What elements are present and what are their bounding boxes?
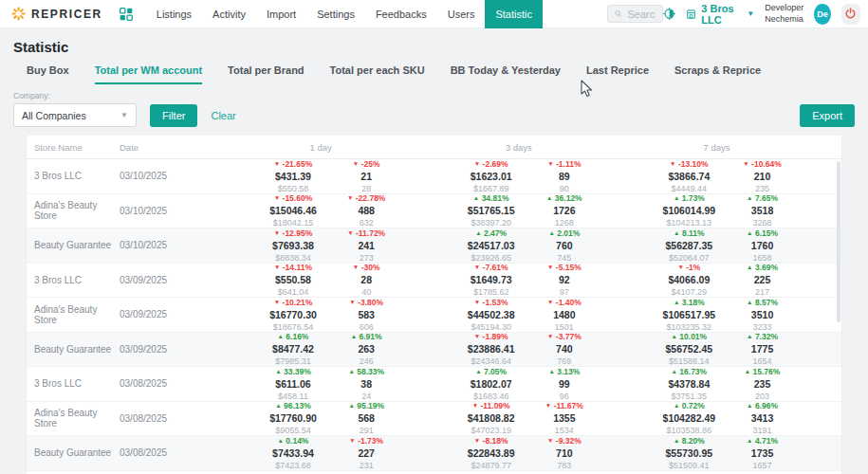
date-cell: 03/10/2025 bbox=[120, 240, 248, 250]
statistics-table-card: Store Name Date 1 day 3 days 7 days 3 Br… bbox=[27, 136, 841, 474]
previous-value: 28 bbox=[339, 184, 394, 193]
clear-link[interactable]: Clear bbox=[211, 110, 235, 121]
tab-total-per-each-sku[interactable]: Total per each SKU bbox=[330, 64, 425, 84]
avatar[interactable]: De bbox=[814, 4, 830, 25]
previous-value: 3233 bbox=[734, 322, 789, 332]
current-value: $22843.89 bbox=[446, 447, 537, 459]
store-name-cell: Beauty Guarantee bbox=[27, 344, 120, 355]
store-name-cell: Adina's Beauty Store bbox=[27, 304, 120, 325]
previous-value: 90 bbox=[537, 184, 592, 193]
previous-value: 24 bbox=[339, 392, 394, 401]
count-cell: ▼ -3.77%740769 bbox=[537, 332, 592, 366]
nav-item-activity[interactable]: Activity bbox=[202, 0, 256, 28]
count-cell: ▲ 4.71%17351657 bbox=[734, 436, 789, 470]
nav-item-statistic[interactable]: Statistic bbox=[485, 0, 543, 28]
col-header-1-day: 1 day bbox=[248, 142, 394, 153]
trend-up-icon: ▲ bbox=[747, 299, 752, 305]
current-value: 3510 bbox=[734, 309, 789, 320]
count-cell: ▼ -5.15%9297 bbox=[537, 263, 592, 297]
trend-up-icon: ▲ bbox=[348, 368, 354, 374]
previous-value: 632 bbox=[339, 218, 394, 228]
previous-value: $51588.14 bbox=[643, 356, 734, 366]
current-value: $55730.95 bbox=[643, 447, 734, 459]
count-cell: ▲ 36.12%17261268 bbox=[537, 193, 592, 228]
count-cell: ▼ -3.80%583606 bbox=[339, 298, 394, 332]
brand-logo[interactable]: REPRICER bbox=[0, 7, 110, 21]
amount-cell: ▼ -10.21%$16770.30$18676.54 bbox=[248, 298, 339, 332]
tab-scraps-reprice[interactable]: Scraps & Reprice bbox=[674, 64, 761, 84]
table-row: Adina's Beauty Store03/10/2025▼ -15.60%$… bbox=[27, 194, 841, 229]
tab-total-per-brand[interactable]: Total per Brand bbox=[228, 64, 304, 84]
nav-item-listings[interactable]: Listings bbox=[146, 0, 202, 28]
search-box[interactable] bbox=[607, 5, 663, 23]
count-cell: ▲ 8.57%35103233 bbox=[734, 298, 789, 332]
trend-up-icon: ▲ bbox=[747, 229, 752, 236]
tab-total-per-wm-account[interactable]: Total per WM account bbox=[95, 64, 202, 84]
count-cell: ▲ 7.32%17751654 bbox=[734, 332, 789, 366]
tab-last-reprice[interactable]: Last Reprice bbox=[586, 64, 649, 84]
nav-item-users[interactable]: Users bbox=[437, 0, 486, 28]
vertical-scrollbar[interactable] bbox=[837, 161, 840, 322]
current-value: $7433.94 bbox=[248, 447, 339, 459]
previous-value: $458.11 bbox=[248, 392, 339, 401]
tab-bb-today-yesterday[interactable]: BB Today & Yesterday bbox=[451, 64, 561, 84]
previous-value: $45194.30 bbox=[446, 322, 537, 332]
current-value: 235 bbox=[734, 378, 789, 390]
trend-down-icon: ▼ bbox=[347, 229, 353, 236]
previous-value: $103235.32 bbox=[643, 322, 734, 332]
trend-down-icon: ▼ bbox=[547, 160, 553, 167]
table-body: 3 Bros LLC03/10/2025▼ -21.65%$431.39$550… bbox=[27, 159, 841, 474]
current-value: $56752.45 bbox=[643, 343, 734, 355]
search-input[interactable] bbox=[627, 9, 656, 20]
trend-up-icon: ▲ bbox=[747, 333, 752, 339]
trend-down-icon: ▼ bbox=[547, 333, 553, 339]
company-select-value: All Companies bbox=[22, 110, 86, 121]
trend-up-icon: ▲ bbox=[674, 437, 679, 444]
nav-item-settings[interactable]: Settings bbox=[306, 0, 365, 28]
count-cell: ▲ 6.91%263246 bbox=[339, 332, 394, 366]
store-name-cell: Beauty Guarantee bbox=[27, 240, 120, 250]
count-cell: ▼ -22.78%488632 bbox=[339, 193, 394, 228]
logout-button[interactable] bbox=[841, 4, 860, 25]
previous-value: 606 bbox=[339, 322, 394, 332]
company-select[interactable]: All Companies ▼ bbox=[13, 103, 137, 127]
current-value: 3518 bbox=[734, 205, 789, 216]
trend-up-icon: ▲ bbox=[348, 402, 354, 409]
trend-up-icon: ▲ bbox=[546, 194, 552, 201]
store-icon bbox=[686, 8, 696, 21]
count-cell: ▲ 22.75% bbox=[734, 471, 789, 474]
current-value: $23886.41 bbox=[446, 343, 537, 355]
amount-cell: ▲ 0.14%$7433.94$7423.68 bbox=[248, 436, 339, 470]
nav-item-import[interactable]: Import bbox=[256, 0, 306, 28]
previous-value: 217 bbox=[734, 287, 789, 297]
previous-value: $52064.07 bbox=[643, 253, 734, 263]
navbar-right-cluster: 3 Bros LLC ▼ Developer Nechemia De bbox=[663, 3, 868, 26]
amount-cell: ▲ 96.13%$17760.90$9055.54 bbox=[248, 401, 339, 435]
amount-cell: ▲ 10.01%$56752.45$51588.14 bbox=[643, 332, 734, 366]
trend-down-icon: ▼ bbox=[474, 160, 480, 167]
theme-toggle-icon[interactable] bbox=[663, 6, 675, 22]
nav-item-feedbacks[interactable]: Feedbacks bbox=[365, 0, 437, 28]
amount-cell: ▲ 6.16%$8477.42$7985.31 bbox=[248, 332, 339, 366]
trend-down-icon: ▼ bbox=[274, 160, 280, 167]
trend-down-icon: ▼ bbox=[547, 437, 553, 444]
filter-button[interactable]: Filter bbox=[150, 104, 197, 127]
date-cell: 03/09/2025 bbox=[120, 309, 248, 319]
store-switcher[interactable]: 3 Bros LLC ▼ bbox=[686, 3, 754, 26]
amount-cell: ▼ -1%$4066.09$4107.29 bbox=[643, 263, 734, 297]
brand-name: REPRICER bbox=[31, 8, 102, 21]
apps-grid-icon[interactable] bbox=[114, 8, 139, 21]
previous-value: 745 bbox=[537, 253, 592, 263]
power-icon bbox=[844, 8, 857, 20]
current-value: 227 bbox=[339, 447, 394, 459]
previous-value: $1667.89 bbox=[446, 184, 537, 193]
current-value: $1649.73 bbox=[446, 274, 537, 285]
previous-value: 273 bbox=[339, 253, 394, 263]
previous-value: 1501 bbox=[537, 322, 592, 332]
tab-buy-box[interactable]: Buy Box bbox=[27, 64, 69, 84]
export-button[interactable]: Export bbox=[800, 104, 855, 127]
previous-value: $550.58 bbox=[248, 184, 339, 193]
previous-value: 1268 bbox=[537, 218, 592, 228]
trend-up-icon: ▲ bbox=[278, 333, 284, 339]
trend-up-icon: ▲ bbox=[275, 368, 281, 374]
